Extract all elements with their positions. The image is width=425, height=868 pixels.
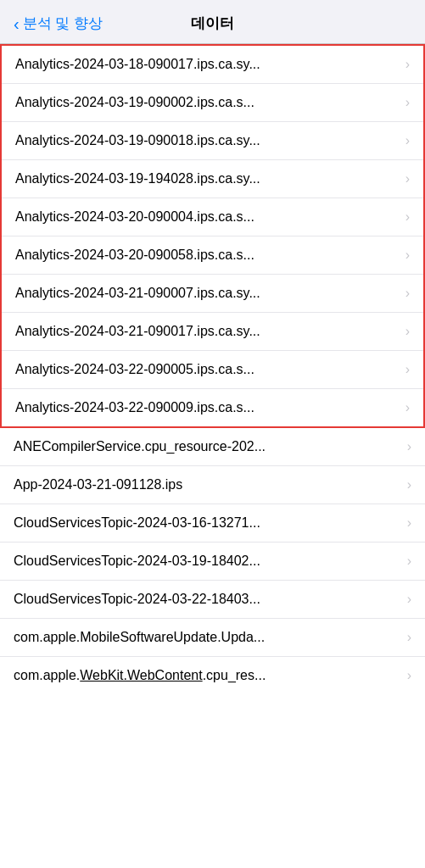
- list-item[interactable]: ANECompilerService.cpu_resource-202... ›: [0, 428, 425, 466]
- item-label: CloudServicesTopic-2024-03-22-18403...: [14, 592, 407, 607]
- item-label: Analytics-2024-03-21-090007.ips.ca.sy...: [15, 286, 405, 301]
- page-title: 데이터: [191, 14, 234, 33]
- back-chevron-icon: ‹: [14, 15, 20, 32]
- chevron-icon: ›: [405, 133, 410, 148]
- chevron-icon: ›: [405, 248, 410, 263]
- item-label: CloudServicesTopic-2024-03-19-18402...: [14, 554, 407, 569]
- chevron-icon: ›: [407, 630, 411, 645]
- list-item[interactable]: Analytics-2024-03-19-194028.ips.ca.sy...…: [2, 160, 423, 198]
- chevron-icon: ›: [405, 171, 410, 186]
- list-item[interactable]: Analytics-2024-03-22-090009.ips.ca.s... …: [2, 389, 423, 426]
- list-item[interactable]: Analytics-2024-03-19-090002.ips.ca.s... …: [2, 84, 423, 122]
- item-label: App-2024-03-21-091128.ips: [14, 477, 407, 492]
- item-label: com.apple.WebKit.WebContent.cpu_res...: [14, 668, 407, 683]
- list-item[interactable]: Analytics-2024-03-18-090017.ips.ca.sy...…: [2, 46, 423, 84]
- chevron-icon: ›: [407, 439, 411, 454]
- list-item[interactable]: com.apple.MobileSoftwareUpdate.Upda... ›: [0, 619, 425, 657]
- chevron-icon: ›: [405, 209, 410, 225]
- list-item[interactable]: CloudServicesTopic-2024-03-16-13271... ›: [0, 504, 425, 542]
- chevron-icon: ›: [405, 362, 410, 377]
- chevron-icon: ›: [405, 95, 410, 110]
- item-label: Analytics-2024-03-22-090005.ips.ca.s...: [15, 362, 405, 377]
- list-item[interactable]: Analytics-2024-03-21-090017.ips.ca.sy...…: [2, 313, 423, 351]
- navigation-header: ‹ 분석 및 향상 데이터: [0, 0, 425, 44]
- list-item[interactable]: CloudServicesTopic-2024-03-22-18403... ›: [0, 581, 425, 619]
- item-label: Analytics-2024-03-20-090004.ips.ca.s...: [15, 209, 405, 225]
- list-item[interactable]: Analytics-2024-03-20-090004.ips.ca.s... …: [2, 198, 423, 236]
- list-item[interactable]: Analytics-2024-03-22-090005.ips.ca.s... …: [2, 351, 423, 389]
- highlighted-list-section: Analytics-2024-03-18-090017.ips.ca.sy...…: [0, 44, 425, 428]
- item-label: com.apple.MobileSoftwareUpdate.Upda...: [14, 630, 407, 645]
- chevron-icon: ›: [405, 400, 410, 415]
- regular-list-section: ANECompilerService.cpu_resource-202... ›…: [0, 428, 425, 694]
- item-label: Analytics-2024-03-18-090017.ips.ca.sy...: [15, 57, 405, 72]
- item-label: Analytics-2024-03-19-090018.ips.ca.sy...: [15, 133, 405, 148]
- list-item[interactable]: Analytics-2024-03-21-090007.ips.ca.sy...…: [2, 275, 423, 313]
- chevron-icon: ›: [405, 324, 410, 339]
- item-label: Analytics-2024-03-20-090058.ips.ca.s...: [15, 248, 405, 263]
- item-label: Analytics-2024-03-22-090009.ips.ca.s...: [15, 400, 405, 415]
- chevron-icon: ›: [405, 57, 410, 72]
- list-item[interactable]: Analytics-2024-03-19-090018.ips.ca.sy...…: [2, 122, 423, 160]
- back-button[interactable]: ‹ 분석 및 향상: [14, 14, 103, 33]
- list-item[interactable]: App-2024-03-21-091128.ips ›: [0, 466, 425, 504]
- chevron-icon: ›: [407, 477, 411, 492]
- chevron-icon: ›: [405, 286, 410, 301]
- list-item[interactable]: Analytics-2024-03-20-090058.ips.ca.s... …: [2, 236, 423, 275]
- item-label: Analytics-2024-03-19-194028.ips.ca.sy...: [15, 171, 405, 186]
- back-label: 분석 및 향상: [23, 14, 103, 33]
- chevron-icon: ›: [407, 592, 411, 607]
- chevron-icon: ›: [407, 668, 411, 683]
- item-label: ANECompilerService.cpu_resource-202...: [14, 439, 407, 454]
- item-label: Analytics-2024-03-19-090002.ips.ca.s...: [15, 95, 405, 110]
- chevron-icon: ›: [407, 515, 411, 531]
- list-item[interactable]: com.apple.WebKit.WebContent.cpu_res... ›: [0, 657, 425, 694]
- list-item[interactable]: CloudServicesTopic-2024-03-19-18402... ›: [0, 542, 425, 581]
- item-label: CloudServicesTopic-2024-03-16-13271...: [14, 515, 407, 531]
- chevron-icon: ›: [407, 554, 411, 569]
- item-label: Analytics-2024-03-21-090017.ips.ca.sy...: [15, 324, 405, 339]
